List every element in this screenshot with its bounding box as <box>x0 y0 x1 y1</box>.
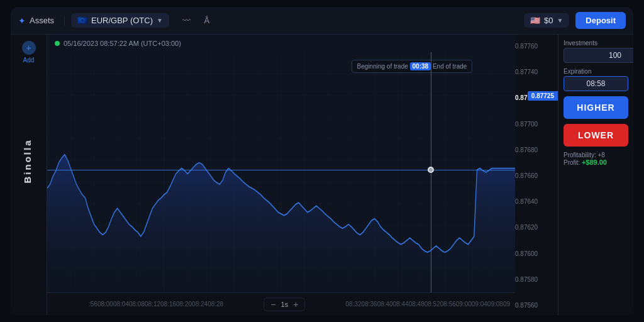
line-chart-btn[interactable]: 〰 <box>178 12 196 30</box>
add-label: Add <box>23 57 35 64</box>
time-axis: :56 08:00 08:04 08:08 08:12 08:16 08:20 … <box>84 297 515 311</box>
time-label-16: 09:00 <box>456 301 472 308</box>
time-label-11: 08:40 <box>377 301 393 308</box>
right-panel: Investments $ Expiration HIGHER LOWER Pr… <box>558 35 633 315</box>
trade-time-badge: 00:38 <box>410 62 431 70</box>
time-label-4: 08:12 <box>145 301 160 308</box>
current-price-dot <box>428 167 434 173</box>
chart-area[interactable]: Beginning of trade 00:38 End of trade <box>47 52 515 292</box>
investment-input[interactable] <box>564 48 633 63</box>
flag-eu-icon: 🇪🇺 <box>77 16 87 25</box>
content-area: + Add 05/16/2023 08:57:22 AM (UTC+03:00)… <box>11 35 633 315</box>
chevron-down-icon: ▼ <box>157 17 163 24</box>
assets-section: ✦ Assets <box>18 16 65 26</box>
time-label-1: 08:00 <box>97 301 113 308</box>
time-label-8: 08:28 <box>208 301 223 308</box>
expiration-label: Expiration <box>564 68 628 75</box>
price-label-7: 0.87620 <box>515 224 543 231</box>
current-price-tag: 0.87725 <box>528 91 558 101</box>
zoom-controls[interactable]: − 1s + <box>264 297 305 311</box>
price-label-0: 0.87760 <box>515 43 543 50</box>
assets-label: Assets <box>30 16 54 25</box>
time-label-14: 08:52 <box>425 301 440 308</box>
profitability-section: Profitability: +8 Profit: +$89.00 <box>564 152 628 166</box>
time-label-17: 09:04 <box>472 301 487 308</box>
deposit-button[interactable]: Deposit <box>575 12 626 29</box>
price-label-9: 0.87580 <box>515 276 543 283</box>
datetime-bar: 05/16/2023 08:57:22 AM (UTC+03:00) <box>47 35 515 52</box>
pair-label: EUR/GBP (OTC) <box>91 16 153 25</box>
time-label-12: 08:44 <box>393 301 409 308</box>
chart-wrapper: 05/16/2023 08:57:22 AM (UTC+03:00) Begin… <box>47 35 515 315</box>
price-label-4: 0.87680 <box>515 147 543 153</box>
price-chart-svg <box>47 52 515 292</box>
expiration-input[interactable] <box>564 76 628 91</box>
lower-button[interactable]: LOWER <box>564 124 628 147</box>
trade-annotation-end: End of trade <box>433 63 467 70</box>
flag-us-icon: 🇺🇸 <box>530 16 540 25</box>
profit-label: Profit: <box>564 159 580 166</box>
investments-label: Investments <box>564 40 628 47</box>
time-label-19: 09 <box>503 301 510 308</box>
trade-annotation: Beginning of trade 00:38 End of trade <box>352 60 473 73</box>
time-label-9: 08:32 <box>346 301 362 308</box>
time-label-7: 08:24 <box>192 301 208 308</box>
price-label-5: 0.87660 <box>515 172 543 179</box>
chart-type-buttons: 〰 Å <box>178 12 216 30</box>
live-indicator <box>55 41 60 46</box>
time-label-18: 09:08 <box>487 301 503 308</box>
time-axis-row: :56 08:00 08:04 08:08 08:12 08:16 08:20 … <box>47 292 515 315</box>
expiration-section: Expiration <box>564 68 628 91</box>
profitability-text: Profitability: +8 <box>564 152 628 158</box>
price-label-8: 0.87600 <box>515 250 543 257</box>
time-label-15: 08:56 <box>440 301 456 308</box>
zoom-in-button[interactable]: + <box>293 299 298 309</box>
price-axis: 0.87760 0.87740 0.87725 0.87725 0.87700 … <box>515 35 558 315</box>
candle-chart-btn[interactable]: Å <box>198 12 216 30</box>
investment-row: $ <box>564 48 628 63</box>
time-label-2: 08:04 <box>113 301 129 308</box>
price-label-10: 0.87560 <box>515 302 543 309</box>
pair-selector[interactable]: 🇪🇺 EUR/GBP (OTC) ▼ <box>71 13 169 28</box>
plus-icon: + <box>22 41 36 55</box>
balance-chevron-icon: ▼ <box>557 17 563 24</box>
time-label-10: 08:36 <box>362 301 377 308</box>
price-label-6: 0.87640 <box>515 198 543 205</box>
add-asset-button[interactable]: + Add <box>22 41 36 64</box>
trade-annotation-start: Beginning of trade <box>357 63 408 70</box>
assets-icon: ✦ <box>18 16 26 26</box>
balance-value: $0 <box>544 16 553 25</box>
price-label-1: 0.87740 <box>515 69 543 75</box>
zoom-out-button[interactable]: − <box>270 299 275 309</box>
topbar: ✦ Assets 🇪🇺 EUR/GBP (OTC) ▼ 〰 Å 🇺🇸 $0 ▼ … <box>11 7 633 35</box>
binolla-text: Binolla <box>22 138 33 183</box>
time-label-13: 08:48 <box>409 301 425 308</box>
price-horizontal-line <box>47 170 515 170</box>
right-controls: 🇺🇸 $0 ▼ Deposit <box>524 12 626 29</box>
time-label-3: 08:08 <box>129 301 145 308</box>
balance-display[interactable]: 🇺🇸 $0 ▼ <box>524 13 569 28</box>
datetime-text: 05/16/2023 08:57:22 AM (UTC+03:00) <box>64 40 181 47</box>
higher-button[interactable]: HIGHER <box>564 96 628 119</box>
time-label-0: :56 <box>89 301 97 308</box>
time-label-5: 08:16 <box>160 301 176 308</box>
time-label-6: 08:20 <box>176 301 192 308</box>
binolla-logo: Binolla <box>22 138 33 183</box>
zoom-level: 1s <box>281 301 289 308</box>
price-label-3: 0.87700 <box>515 121 543 128</box>
profit-value: +$89.00 <box>582 158 607 166</box>
investments-section: Investments $ <box>564 40 628 63</box>
